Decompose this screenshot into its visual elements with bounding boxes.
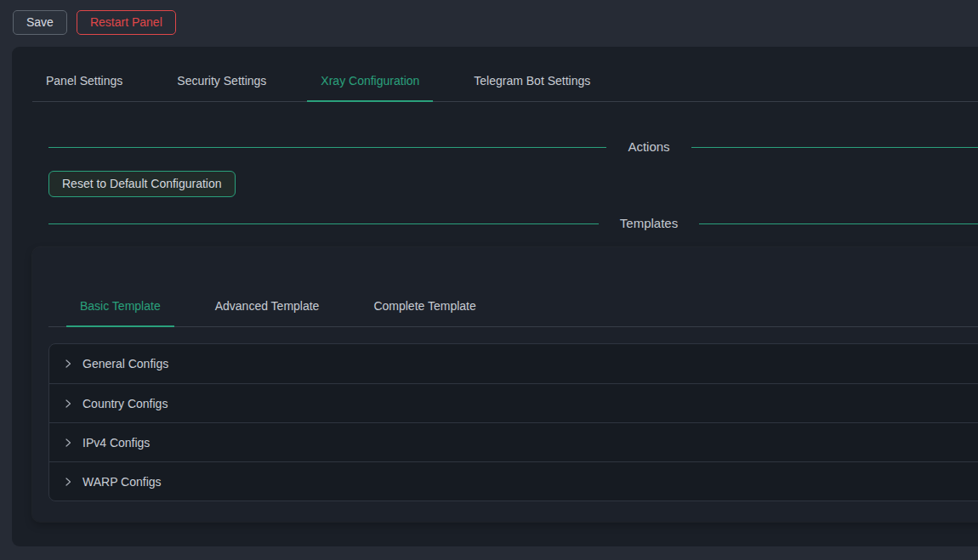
chevron-right-icon xyxy=(63,477,73,487)
collapse-item-label: WARP Configs xyxy=(82,472,162,491)
chevron-right-icon xyxy=(63,438,73,448)
settings-tabs: Panel Settings Security Settings Xray Co… xyxy=(32,62,978,102)
tab-complete-template[interactable]: Complete Template xyxy=(360,287,489,326)
configs-accordion: General Configs Country Configs IPv4 Con… xyxy=(48,343,978,501)
template-tabs: Basic Template Advanced Template Complet… xyxy=(48,287,978,327)
restart-panel-button[interactable]: Restart Panel xyxy=(77,10,176,35)
reset-to-default-configuration-button[interactable]: Reset to Default Configuration xyxy=(48,171,236,197)
toolbar: Save Restart Panel xyxy=(0,0,978,35)
save-button[interactable]: Save xyxy=(13,10,67,35)
tab-xray-configuration[interactable]: Xray Configuration xyxy=(307,62,433,101)
templates-divider: Templates xyxy=(48,213,978,234)
tab-basic-template[interactable]: Basic Template xyxy=(66,287,174,326)
collapse-general-configs[interactable]: General Configs xyxy=(49,344,978,383)
xray-configuration-pane: Actions Reset to Default Configuration T… xyxy=(32,102,978,522)
collapse-item-label: IPv4 Configs xyxy=(82,433,150,452)
templates-divider-label: Templates xyxy=(599,213,699,234)
chevron-right-icon xyxy=(63,399,73,409)
collapse-country-configs[interactable]: Country Configs xyxy=(49,383,978,422)
chevron-right-icon xyxy=(63,359,73,369)
actions-divider-label: Actions xyxy=(606,137,691,157)
collapse-ipv4-configs[interactable]: IPv4 Configs xyxy=(49,422,978,461)
actions-divider: Actions xyxy=(48,137,978,157)
tab-panel-settings[interactable]: Panel Settings xyxy=(32,62,136,101)
tab-security-settings[interactable]: Security Settings xyxy=(163,62,280,101)
collapse-item-label: General Configs xyxy=(82,354,168,373)
settings-card: Panel Settings Security Settings Xray Co… xyxy=(12,47,978,546)
templates-card: Basic Template Advanced Template Complet… xyxy=(32,247,978,522)
tab-advanced-template[interactable]: Advanced Template xyxy=(202,287,333,326)
collapse-warp-configs[interactable]: WARP Configs xyxy=(49,461,978,501)
collapse-item-label: Country Configs xyxy=(82,394,168,413)
tab-telegram-bot-settings[interactable]: Telegram Bot Settings xyxy=(460,62,604,101)
